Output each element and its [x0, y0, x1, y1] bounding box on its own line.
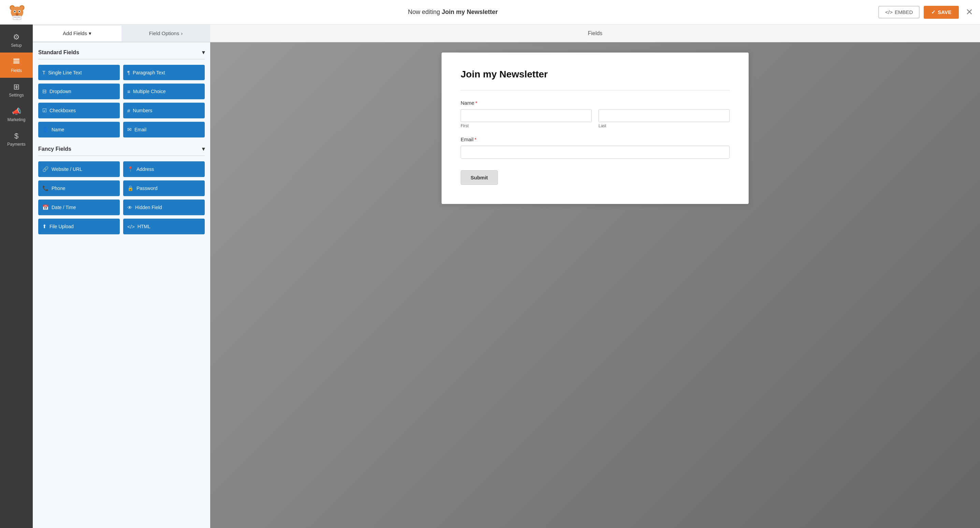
password-icon: 🔒 — [127, 185, 134, 191]
field-btn-password[interactable]: 🔒 Password — [123, 180, 205, 196]
password-label: Password — [137, 186, 157, 191]
gear-icon: ⚙ — [13, 33, 20, 41]
fancy-fields-divider — [38, 156, 205, 156]
standard-fields-divider — [38, 59, 205, 59]
fields-tab-header: Add Fields ▾ Field Options › — [33, 25, 210, 42]
embed-button[interactable]: </> EMBED — [878, 6, 920, 18]
html-icon: </> — [127, 224, 135, 229]
form-preview-card: Join my Newsletter Name* First Last Ema — [442, 52, 749, 204]
svg-point-8 — [19, 11, 20, 12]
standard-fields-header: Standard Fields ▾ — [38, 49, 205, 56]
field-btn-file-upload[interactable]: ⬆ File Upload — [38, 219, 120, 234]
submit-button[interactable]: Submit — [461, 170, 498, 185]
email-input[interactable] — [461, 146, 730, 159]
sidebar-label-fields: Fields — [11, 68, 22, 73]
html-label: HTML — [137, 224, 151, 229]
name-inputs-container: First Last — [461, 109, 730, 128]
name-icon: 👤 — [42, 127, 49, 133]
field-btn-address[interactable]: 📍 Address — [123, 161, 205, 177]
phone-icon: 📞 — [42, 185, 49, 191]
fancy-fields-title: Fancy Fields — [38, 146, 71, 152]
sidebar: ⚙ Setup Fields ⊞ Settings 📣 Marketing $ … — [0, 25, 33, 528]
sidebar-item-settings[interactable]: ⊞ Settings — [0, 78, 33, 102]
collapse-icon[interactable]: ▾ — [202, 49, 205, 56]
svg-rect-17 — [13, 61, 19, 62]
logo-bear-icon — [8, 4, 25, 21]
upload-icon: ⬆ — [42, 223, 47, 229]
numbers-icon: # — [127, 108, 130, 114]
embed-label: EMBED — [895, 9, 913, 15]
field-btn-phone[interactable]: 📞 Phone — [38, 180, 120, 196]
checkboxes-label: Checkboxes — [49, 108, 76, 113]
sidebar-label-setup: Setup — [11, 43, 22, 48]
email-field-label: Email* — [461, 137, 730, 142]
collapse-fancy-icon[interactable]: ▾ — [202, 146, 205, 152]
multiple-choice-icon: ≡ — [127, 89, 130, 94]
field-btn-dropdown[interactable]: ⊟ Dropdown — [38, 84, 120, 99]
field-btn-date-time[interactable]: 📅 Date / Time — [38, 200, 120, 215]
top-actions: </> EMBED ✓ SAVE ✕ — [878, 6, 973, 19]
name-required-star: * — [475, 100, 477, 106]
date-time-label: Date / Time — [51, 205, 76, 210]
field-btn-paragraph-text[interactable]: ¶ Paragraph Text — [123, 65, 205, 80]
save-label: SAVE — [938, 9, 951, 15]
editing-prefix: Now editing — [408, 8, 442, 15]
field-btn-html[interactable]: </> HTML — [123, 219, 205, 234]
website-url-label: Website / URL — [51, 167, 82, 172]
paragraph-icon: ¶ — [127, 70, 130, 75]
phone-label: Phone — [51, 186, 65, 191]
name-label-text: Name — [461, 100, 474, 106]
first-name-sublabel: First — [461, 124, 592, 128]
form-preview-divider — [461, 90, 730, 91]
sidebar-item-fields[interactable]: Fields — [0, 52, 33, 78]
sidebar-label-marketing: Marketing — [8, 117, 25, 122]
first-name-wrap: First — [461, 109, 592, 128]
field-btn-single-line-text[interactable]: T Single Line Text — [38, 65, 120, 80]
standard-fields-title: Standard Fields — [38, 49, 79, 56]
form-title-label: Join my Newsletter — [442, 8, 498, 15]
sidebar-item-marketing[interactable]: 📣 Marketing — [0, 102, 33, 127]
sidebar-label-settings: Settings — [9, 93, 24, 97]
file-upload-label: File Upload — [49, 224, 74, 229]
checkmark-icon: ✓ — [931, 9, 935, 15]
email-label: Email — [134, 127, 146, 132]
numbers-label: Numbers — [133, 108, 152, 113]
datetime-icon: 📅 — [42, 204, 49, 210]
email-required-star: * — [475, 137, 477, 142]
field-btn-name[interactable]: 👤 Name — [38, 122, 120, 137]
dropdown-icon: ⊟ — [42, 88, 47, 94]
fields-icon — [13, 57, 20, 67]
multiple-choice-label: Multiple Choice — [133, 89, 166, 94]
sidebar-item-payments[interactable]: $ Payments — [0, 127, 33, 151]
first-name-input[interactable] — [461, 109, 592, 122]
text-icon: T — [42, 70, 45, 75]
logo — [7, 4, 27, 21]
close-button[interactable]: ✕ — [966, 7, 973, 17]
field-btn-checkboxes[interactable]: ☑ Checkboxes — [38, 103, 120, 118]
sidebar-item-setup[interactable]: ⚙ Setup — [0, 28, 33, 52]
fields-svg-icon — [13, 57, 20, 65]
settings-icon: ⊞ — [13, 83, 19, 91]
field-options-label: Field Options — [149, 30, 179, 36]
tab-add-fields[interactable]: Add Fields ▾ — [33, 25, 121, 41]
save-button[interactable]: ✓ SAVE — [924, 6, 959, 19]
last-name-input[interactable] — [598, 109, 730, 122]
standard-fields-grid: T Single Line Text ¶ Paragraph Text ⊟ Dr… — [38, 65, 205, 137]
fancy-fields-header: Fancy Fields ▾ — [38, 146, 205, 152]
svg-rect-16 — [13, 59, 19, 60]
fields-heading: Fields — [588, 30, 603, 37]
field-btn-multiple-choice[interactable]: ≡ Multiple Choice — [123, 84, 205, 99]
field-btn-email[interactable]: ✉ Email — [123, 122, 205, 137]
address-icon: 📍 — [127, 166, 134, 172]
email-label-text: Email — [461, 137, 474, 142]
editing-title: Now editing Join my Newsletter — [27, 8, 878, 16]
payments-icon: $ — [14, 132, 18, 140]
dropdown-label: Dropdown — [49, 89, 71, 94]
submit-label: Submit — [471, 175, 488, 180]
paragraph-text-label: Paragraph Text — [133, 70, 165, 75]
field-btn-numbers[interactable]: # Numbers — [123, 103, 205, 118]
field-btn-hidden-field[interactable]: 👁 Hidden Field — [123, 200, 205, 215]
add-fields-label: Add Fields — [63, 30, 87, 36]
tab-field-options[interactable]: Field Options › — [121, 25, 210, 41]
field-btn-website-url[interactable]: 🔗 Website / URL — [38, 161, 120, 177]
